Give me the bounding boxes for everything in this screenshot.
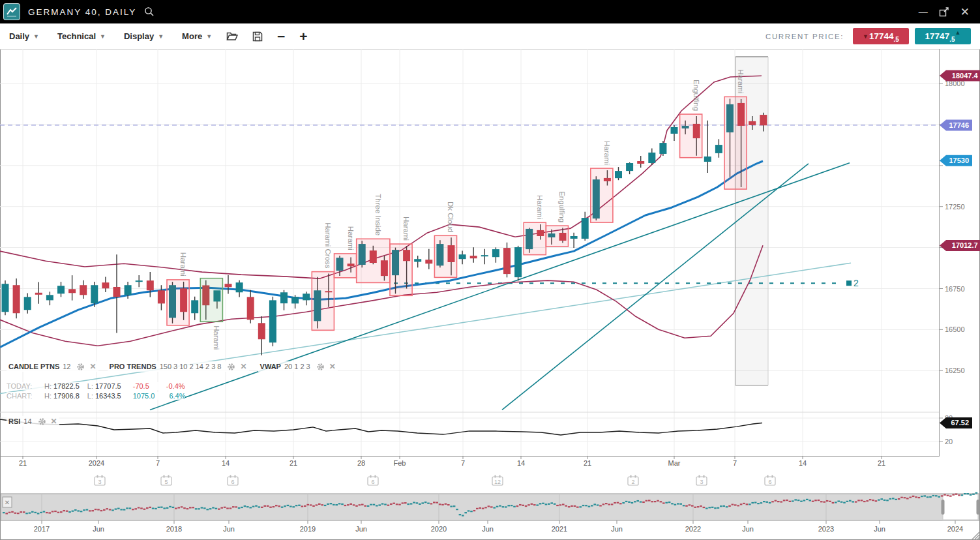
gear-icon[interactable]: [76, 363, 85, 371]
rsi-line: [0, 419, 762, 435]
candle: [425, 260, 432, 263]
navigator-label: 2024: [947, 525, 963, 533]
indicator-candle-patterns[interactable]: CANDLE PTNS 12 ✕: [7, 361, 98, 372]
candle: [147, 280, 154, 290]
calendar-icon[interactable]: 3: [696, 475, 707, 486]
candle: [459, 254, 466, 259]
indicator-rsi[interactable]: RSI 14 ✕: [7, 416, 59, 427]
price-tick-label: 16750: [945, 285, 965, 293]
candle: [80, 285, 87, 295]
calendar-icon[interactable]: 6: [765, 475, 775, 486]
candle: [236, 282, 243, 292]
pattern-box[interactable]: [334, 254, 357, 278]
candle: [158, 290, 165, 303]
time-tick-label: 14: [799, 459, 807, 467]
pattern-box[interactable]: [591, 168, 613, 222]
pattern-box[interactable]: [200, 278, 222, 322]
candle: [659, 143, 666, 154]
pattern-box[interactable]: [312, 272, 334, 331]
calendar-count: 6: [231, 479, 234, 485]
candle: [13, 285, 20, 313]
pattern-box[interactable]: [434, 235, 456, 277]
candle: [582, 218, 589, 239]
price-tag-text: 17746: [949, 121, 969, 129]
price-tick-label: 17250: [945, 203, 965, 211]
calendar-icon[interactable]: 12: [492, 475, 503, 486]
time-tick-label: Feb: [394, 459, 406, 467]
rsi-value-tag-text: 67.52: [951, 419, 969, 427]
candle: [615, 171, 622, 178]
remove-indicator-icon[interactable]: ✕: [89, 362, 96, 371]
calendar-count: 12: [494, 479, 501, 485]
pattern-box[interactable]: [167, 280, 189, 325]
navigator-handle-right[interactable]: [977, 500, 980, 515]
gear-icon[interactable]: [316, 363, 325, 371]
pattern-box[interactable]: [724, 97, 747, 189]
navigator-label: Jun: [93, 525, 104, 533]
range-navigator[interactable]: ✕2017Jun2018Jun2019Jun2020Jun2021Jun2022…: [1, 492, 980, 533]
candle: [225, 284, 232, 287]
candle: [470, 256, 477, 258]
navigator-label: 2019: [300, 525, 316, 533]
main-chart-svg[interactable]: 2HaramiHaramiHarami CrossHaramiThree Ins…: [0, 0, 980, 540]
price-tags: 18047.4177461753017012.767.52: [940, 70, 980, 428]
indicator-vwap[interactable]: VWAP 20 1 2 3 ✕: [258, 361, 338, 372]
pattern-box[interactable]: [357, 239, 390, 282]
vwap-line-label: 2: [854, 278, 859, 288]
navigator-label: Jun: [874, 525, 885, 533]
calendar-count: 2: [631, 479, 634, 485]
gear-icon[interactable]: [38, 417, 46, 426]
remove-indicator-icon[interactable]: ✕: [51, 417, 57, 426]
candle: [626, 163, 633, 171]
pattern-box[interactable]: [524, 222, 546, 255]
svg-text:✕: ✕: [5, 499, 10, 506]
navigator-label: Jun: [611, 525, 623, 533]
candle: [637, 161, 644, 164]
candle: [247, 297, 254, 320]
navigator-handle-left[interactable]: [942, 500, 945, 515]
candle: [704, 157, 711, 162]
resize-corner[interactable]: [972, 532, 980, 540]
candle: [492, 249, 499, 257]
calendar-icon[interactable]: 6: [368, 475, 378, 486]
calendar-icon[interactable]: 6: [228, 475, 238, 486]
pattern-label: Harami: [179, 252, 187, 277]
candle: [571, 236, 578, 239]
candle: [57, 286, 65, 293]
today-change: -70.5: [133, 382, 149, 390]
price-tag-text: 17530: [949, 157, 969, 164]
remove-indicator-icon[interactable]: ✕: [240, 362, 246, 371]
price-plot: 2HaramiHaramiHarami CrossHaramiThree Ins…: [0, 57, 939, 410]
navigator-label: Jun: [223, 525, 235, 533]
price-tick-label: 16500: [945, 325, 965, 333]
candle: [481, 255, 488, 256]
time-tick-label: 7: [461, 459, 465, 467]
axes: 1800017250167501650016250802021202471421…: [0, 49, 965, 467]
calendar-icon[interactable]: 2: [628, 475, 638, 486]
chart-window: { "title_bar": { "title": "GERMANY 40, D…: [0, 0, 980, 540]
navigator-selection[interactable]: [943, 494, 978, 520]
calendar-icon[interactable]: 3: [95, 475, 105, 486]
candle: [24, 297, 31, 310]
time-tick-label: 28: [357, 459, 365, 467]
time-tick-label: 7: [156, 459, 160, 467]
indicator-pro-trends[interactable]: PRO TRENDS 150 3 10 2 14 2 3 8 ✕: [108, 361, 249, 372]
pattern-box[interactable]: [546, 226, 568, 247]
pattern-box[interactable]: [390, 244, 412, 295]
pattern-box[interactable]: [680, 114, 702, 158]
pattern-label: Harami: [603, 141, 611, 165]
calendar-markers: 356612236: [95, 475, 775, 486]
rsi-tick-label: 20: [945, 438, 953, 445]
navigator-label: 2022: [685, 525, 701, 533]
candle: [414, 259, 421, 262]
navigator-label: 2020: [431, 525, 447, 533]
price-tag-text: 18047.4: [952, 72, 979, 80]
candle: [258, 323, 265, 339]
today-change-pct: -0.4%: [166, 382, 185, 390]
candle: [136, 280, 143, 282]
calendar-icon[interactable]: 5: [161, 475, 171, 486]
gear-icon[interactable]: [227, 363, 235, 371]
navigator-close-button[interactable]: ✕: [3, 497, 12, 507]
remove-indicator-icon[interactable]: ✕: [329, 362, 336, 371]
candle: [749, 121, 756, 125]
